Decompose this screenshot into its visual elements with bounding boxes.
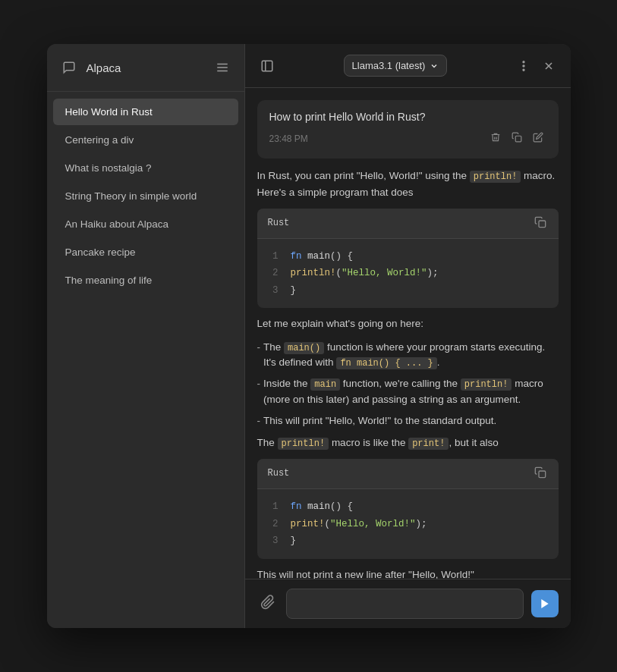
explain-title: Let me explain what's going on here: <box>257 316 559 332</box>
assistant-message: In Rust, you can print "Hello, World!" u… <box>257 168 559 579</box>
sidebar-item-4[interactable]: An Haiku about Alpaca <box>53 211 238 237</box>
code-block-1-header: Rust <box>257 209 559 239</box>
close-button[interactable] <box>540 57 558 75</box>
close-icon <box>543 60 555 72</box>
bullet-item-1: - The main() function is where your prog… <box>257 340 559 371</box>
main-header: Llama3.1 (latest) <box>245 44 571 88</box>
delete-message-button[interactable] <box>487 129 504 148</box>
svg-marker-13 <box>541 599 548 608</box>
send-button[interactable] <box>531 590 559 617</box>
sidebar-list: Hello World in Rust Centering a div What… <box>47 92 244 300</box>
assistant-intro-paragraph: In Rust, you can print "Hello, World!" u… <box>257 168 559 201</box>
svg-rect-10 <box>515 136 521 142</box>
message-meta: 23:48 PM <box>269 129 546 148</box>
delete-icon <box>490 132 501 143</box>
bullet-list: - The main() function is where your prog… <box>257 340 559 429</box>
sidebar-item-0[interactable]: Hello World in Rust <box>53 99 238 125</box>
code-block-1: Rust 1 fn main() { <box>257 209 559 309</box>
attachment-button[interactable] <box>257 592 279 617</box>
send-icon <box>539 598 551 610</box>
inline-code-fn-main: fn main() { ... } <box>336 357 436 369</box>
menu-button[interactable] <box>212 58 232 77</box>
main-header-left <box>257 56 277 76</box>
code-block-2-header: Rust <box>257 459 559 489</box>
svg-point-6 <box>524 65 525 67</box>
more-icon <box>517 59 530 73</box>
main-area: Llama3.1 (latest) <box>244 44 571 628</box>
copy-code-icon-1 <box>534 216 546 228</box>
svg-rect-11 <box>539 221 546 228</box>
copy-code-1-button[interactable] <box>533 215 548 232</box>
main-header-right <box>514 56 558 76</box>
user-message-container: How to print Hello World in Rust? 23:48 … <box>257 100 559 159</box>
app-window: Alpaca Hello World in Rust Centering a d… <box>47 44 571 628</box>
svg-rect-12 <box>539 471 546 478</box>
sidebar-item-2[interactable]: What is nostalgia ? <box>53 155 238 181</box>
bullet-item-2: - Inside the main function, we're callin… <box>257 376 559 407</box>
copy-icon <box>512 132 522 143</box>
code-lang-2: Rust <box>268 466 290 481</box>
println-desc: The println! macro is like the print!, b… <box>257 435 559 451</box>
bullet-item-3: - This will print "Hello, World!" to the… <box>257 413 559 429</box>
model-label: Llama3.1 (latest) <box>352 60 426 71</box>
inline-code-println: println! <box>470 171 521 183</box>
svg-point-5 <box>524 61 525 62</box>
code-line-1-2: 2 println!("Hello, World!"); <box>268 265 548 282</box>
chevron-down-icon <box>430 61 439 71</box>
copy-code-2-button[interactable] <box>533 465 548 482</box>
attachment-icon <box>260 595 275 610</box>
code-line-2-1: 1 fn main() { <box>268 498 548 516</box>
message-actions <box>487 129 546 148</box>
sidebar-item-1[interactable]: Centering a div <box>53 127 238 153</box>
message-time: 23:48 PM <box>269 133 308 144</box>
code-lang-1: Rust <box>268 216 290 231</box>
inline-code-println2: println! <box>461 378 512 391</box>
bullet-3-text: This will print "Hello, World!" to the s… <box>263 413 496 429</box>
code-line-2-3: 3 } <box>268 532 548 550</box>
sidebar-header: Alpaca <box>47 44 244 92</box>
copy-message-button[interactable] <box>508 129 525 148</box>
copy-code-icon-2 <box>534 466 546 479</box>
sidebar-header-left: Alpaca <box>59 58 121 77</box>
code-content-1: 1 fn main() { 2 println!("Hello, World!"… <box>257 239 559 309</box>
edit-message-button[interactable] <box>530 129 546 148</box>
sidebar-title: Alpaca <box>87 61 121 74</box>
sidebar-toggle-button[interactable] <box>257 56 277 76</box>
footer-note: This will not print a new line after "He… <box>257 567 559 579</box>
chat-area: How to print Hello World in Rust? 23:48 … <box>245 88 571 579</box>
edit-icon <box>533 132 543 143</box>
assistant-intro-text: In Rust, you can print "Hello, World!" u… <box>257 170 467 181</box>
new-chat-button[interactable] <box>59 58 79 77</box>
user-message-text: How to print Hello World in Rust? <box>269 111 546 123</box>
more-options-button[interactable] <box>514 56 534 76</box>
code-line-1-3: 3 } <box>268 282 548 300</box>
model-selector[interactable]: Llama3.1 (latest) <box>344 55 448 77</box>
inline-code-print: print! <box>408 438 449 450</box>
input-area <box>245 579 571 628</box>
sidebar-item-3[interactable]: String Theory in simple world <box>53 183 238 209</box>
chat-input[interactable] <box>286 589 524 619</box>
code-content-2: 1 fn main() { 2 print!("Hello, World!");… <box>257 489 559 559</box>
inline-code-main2: main <box>310 378 340 391</box>
sidebar-item-5[interactable]: Pancake recipe <box>53 239 238 265</box>
code-line-1-1: 1 fn main() { <box>268 248 548 265</box>
svg-rect-3 <box>262 61 272 71</box>
sidebar: Alpaca Hello World in Rust Centering a d… <box>47 44 244 628</box>
sidebar-item-6[interactable]: The meaning of life <box>53 267 238 294</box>
inline-code-println3: println! <box>278 438 329 450</box>
code-line-2-2: 2 print!("Hello, World!"); <box>268 516 548 533</box>
inline-code-main1: main() <box>284 342 324 354</box>
svg-point-7 <box>524 69 525 71</box>
code-block-2: Rust 1 fn main() { <box>257 459 559 559</box>
